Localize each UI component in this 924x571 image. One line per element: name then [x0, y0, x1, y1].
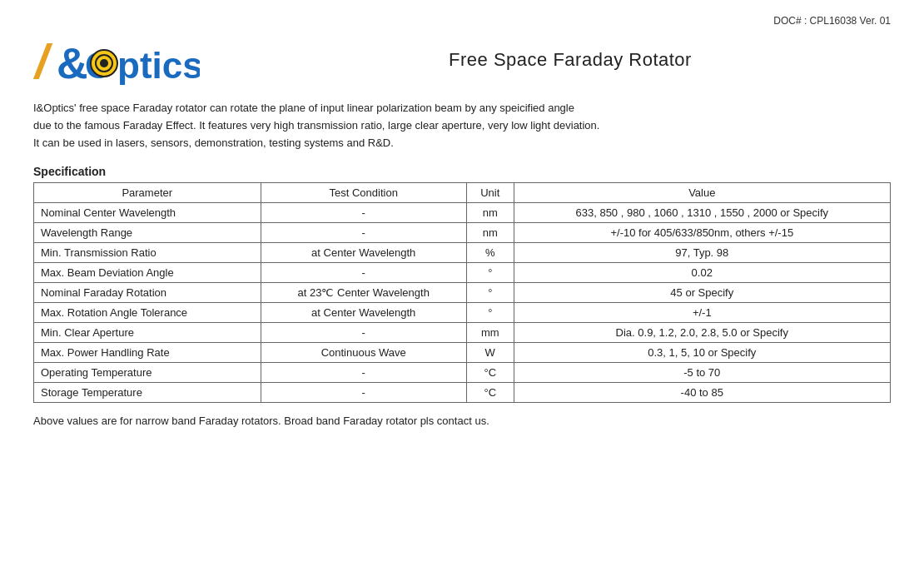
title-area: Free Space Faraday Rotator	[250, 49, 891, 71]
table-cell-5-2: °	[466, 303, 514, 323]
table-cell-0-3: 633, 850 , 980 , 1060 , 1310 , 1550 , 20…	[514, 203, 890, 223]
table-row: Max. Beam Deviation Angle-°0.02	[34, 263, 891, 283]
footer-note: Above values are for narrow band Faraday…	[33, 415, 891, 427]
table-row: Storage Temperature-°C-40 to 85	[34, 383, 891, 403]
desc-line-1: I&Optics' free space Faraday rotator can…	[33, 102, 574, 114]
table-cell-8-3: -5 to 70	[514, 363, 890, 383]
table-cell-5-0: Max. Rotation Angle Tolerance	[34, 303, 261, 323]
table-cell-4-1: at 23℃ Center Wavelength	[261, 283, 466, 303]
spec-heading: Specification	[33, 165, 891, 178]
table-cell-0-2: nm	[466, 203, 514, 223]
table-cell-6-3: Dia. 0.9, 1.2, 2.0, 2.8, 5.0 or Specify	[514, 323, 890, 343]
table-cell-9-1: -	[261, 383, 466, 403]
table-cell-5-3: +/-1	[514, 303, 890, 323]
table-cell-1-2: nm	[466, 223, 514, 243]
desc-line-2: due to the famous Faraday Effect. It fea…	[33, 119, 599, 132]
table-cell-7-3: 0.3, 1, 5, 10 or Specify	[514, 343, 890, 363]
table-row: Min. Clear Aperture-mmDia. 0.9, 1.2, 2.0…	[34, 323, 891, 343]
spec-table: Parameter Test Condition Unit Value Nomi…	[33, 182, 891, 403]
description: I&Optics' free space Faraday rotator can…	[33, 100, 891, 151]
table-header-row: Parameter Test Condition Unit Value	[34, 183, 891, 203]
table-cell-3-1: -	[261, 263, 466, 283]
col-header-unit: Unit	[466, 183, 514, 203]
table-cell-4-2: °	[466, 283, 514, 303]
page: DOC# : CPL16038 Ver. 01 / & O ptics	[0, 0, 924, 571]
table-cell-5-1: at Center Wavelength	[261, 303, 466, 323]
table-cell-4-0: Nominal Faraday Rotation	[34, 283, 261, 303]
table-row: Max. Rotation Angle Toleranceat Center W…	[34, 303, 891, 323]
table-cell-6-1: -	[261, 323, 466, 343]
table-cell-2-3: 97, Typ. 98	[514, 243, 890, 263]
table-cell-6-2: mm	[466, 323, 514, 343]
table-cell-3-2: °	[466, 263, 514, 283]
table-cell-1-3: +/-10 for 405/633/850nm, others +/-15	[514, 223, 890, 243]
table-cell-8-1: -	[261, 363, 466, 383]
table-cell-7-0: Max. Power Handling Rate	[34, 343, 261, 363]
table-cell-9-0: Storage Temperature	[34, 383, 261, 403]
table-cell-7-1: Continuous Wave	[261, 343, 466, 363]
table-cell-9-3: -40 to 85	[514, 383, 890, 403]
table-cell-3-3: 0.02	[514, 263, 890, 283]
header-row: / & O ptics Free Space Faraday Rotator	[33, 35, 891, 85]
svg-text:&: &	[57, 39, 88, 85]
desc-line-3: It can be used in lasers, sensors, demon…	[33, 137, 394, 149]
table-cell-3-0: Max. Beam Deviation Angle	[34, 263, 261, 283]
doc-reference: DOC# : CPL16038 Ver. 01	[33, 15, 891, 27]
table-row: Wavelength Range-nm+/-10 for 405/633/850…	[34, 223, 891, 243]
table-cell-8-0: Operating Temperature	[34, 363, 261, 383]
table-cell-2-2: %	[466, 243, 514, 263]
table-cell-8-2: °C	[466, 363, 514, 383]
svg-text:ptics: ptics	[117, 45, 200, 85]
svg-text:/: /	[33, 35, 53, 85]
svg-point-4	[100, 59, 108, 67]
table-cell-4-3: 45 or Specify	[514, 283, 890, 303]
table-cell-2-0: Min. Transmission Ratio	[34, 243, 261, 263]
table-cell-7-2: W	[466, 343, 514, 363]
table-cell-0-1: -	[261, 203, 466, 223]
table-cell-1-1: -	[261, 223, 466, 243]
table-cell-9-2: °C	[466, 383, 514, 403]
table-row: Nominal Faraday Rotationat 23℃ Center Wa…	[34, 283, 891, 303]
table-cell-0-0: Nominal Center Wavelength	[34, 203, 261, 223]
col-header-test-condition: Test Condition	[261, 183, 466, 203]
main-title: Free Space Faraday Rotator	[449, 49, 692, 70]
table-cell-2-1: at Center Wavelength	[261, 243, 466, 263]
table-row: Max. Power Handling RateContinuous WaveW…	[34, 343, 891, 363]
table-cell-6-0: Min. Clear Aperture	[34, 323, 261, 343]
table-row: Operating Temperature-°C-5 to 70	[34, 363, 891, 383]
logo-svg: / & O ptics	[33, 35, 200, 85]
logo-area: / & O ptics	[33, 35, 250, 85]
col-header-parameter: Parameter	[34, 183, 261, 203]
table-row: Nominal Center Wavelength-nm633, 850 , 9…	[34, 203, 891, 223]
col-header-value: Value	[514, 183, 890, 203]
table-row: Min. Transmission Ratioat Center Wavelen…	[34, 243, 891, 263]
table-cell-1-0: Wavelength Range	[34, 223, 261, 243]
